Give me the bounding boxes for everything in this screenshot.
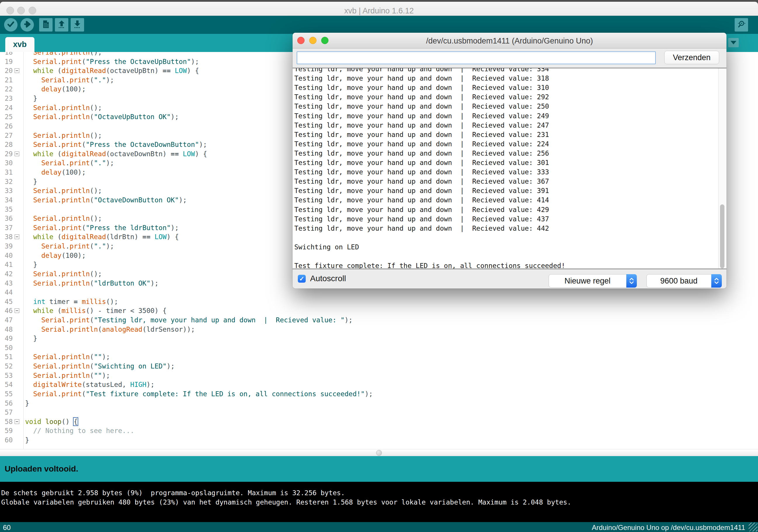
line-number: 40 (5, 251, 13, 260)
save-button[interactable] (71, 18, 84, 31)
line-number: 52 (5, 362, 13, 371)
code-text: Serial.println(); (25, 131, 102, 140)
line-number: 27 (5, 131, 13, 140)
code-line: 56} (0, 399, 758, 408)
code-line: 45 int timer = millis(); (0, 297, 758, 306)
down-arrow-icon (73, 20, 82, 30)
code-line: 44 (0, 288, 758, 297)
code-line: 58void loop() { (0, 417, 758, 426)
code-text: digitalWrite(statusLed, HIGH); (25, 380, 155, 389)
code-text: // Nothing to see here... (25, 426, 134, 435)
serial-output-line: Testing ldr, move your hand up and down … (294, 92, 709, 102)
upload-button[interactable] (20, 18, 34, 31)
autoscroll-checkbox[interactable]: ✓ (298, 275, 306, 283)
current-line-indicator: 60 (3, 523, 11, 532)
line-number: 50 (5, 343, 13, 352)
chevron-down-icon (731, 41, 737, 44)
code-text: delay(100); (25, 168, 86, 177)
resize-grip[interactable] (749, 523, 757, 531)
scrollbar-track[interactable] (718, 68, 726, 268)
code-text: Serial.print("."); (25, 241, 114, 251)
line-number: 37 (5, 223, 13, 232)
line-number: 43 (5, 279, 13, 288)
code-text: Serial.println(); (25, 269, 102, 279)
fold-marker-icon[interactable] (15, 68, 19, 73)
line-number: 57 (5, 408, 13, 417)
line-number: 59 (5, 426, 13, 435)
serial-monitor-button[interactable] (735, 18, 748, 31)
check-icon: ✓ (299, 275, 304, 282)
code-line: 57 (0, 408, 758, 417)
code-line: 51 Serial.println(""); (0, 352, 758, 362)
line-ending-value: Nieuwe regel (549, 274, 626, 287)
serial-output-line: Testing ldr, move your hand up and down … (294, 121, 709, 130)
line-number: 39 (5, 241, 13, 251)
autoscroll-label: Autoscroll (310, 274, 346, 283)
code-text: Serial.println(); (25, 214, 102, 223)
chevron-down-icon (630, 281, 634, 284)
code-text: Serial.println(analogRead(ldrSensor)); (25, 325, 195, 334)
line-number: 38 (5, 232, 13, 241)
line-number: 22 (5, 85, 13, 94)
scrollbar-thumb[interactable] (720, 204, 724, 268)
chevron-down-icon (714, 281, 719, 284)
code-text: Serial.println(); (25, 52, 102, 57)
code-text: Serial.println("Swichting on LED"); (25, 362, 175, 371)
status-bar: Uploaden voltooid. (0, 456, 758, 482)
line-number: 36 (5, 214, 13, 223)
fold-marker-icon[interactable] (15, 234, 19, 239)
serial-output-line: Testing ldr, move your hand up and down … (294, 74, 709, 83)
code-text: Serial.print("Press the OctaveUpButton")… (25, 57, 199, 66)
tab-list-button[interactable] (728, 38, 739, 47)
baud-rate-select[interactable]: 9600 baud (646, 274, 722, 288)
code-text: void loop() { (25, 417, 78, 426)
line-number: 25 (5, 112, 13, 122)
code-text: Serial.print("Testing ldr, move your han… (25, 315, 353, 325)
code-text: } (25, 334, 37, 343)
code-text: Serial.println("OctaveDownButton OK"); (25, 195, 187, 205)
toolbar (0, 16, 758, 34)
code-text: Serial.println(); (25, 186, 102, 195)
code-text: } (25, 94, 37, 103)
splitter-grip[interactable] (376, 450, 382, 456)
send-button[interactable]: Verzenden (664, 51, 719, 64)
send-button-label: Verzenden (673, 53, 710, 62)
line-number: 53 (5, 371, 13, 380)
code-text: Serial.println("ldrButton OK"); (25, 279, 158, 288)
fold-marker-icon[interactable] (15, 419, 19, 424)
code-line: 50 (0, 343, 758, 352)
line-number: 54 (5, 380, 13, 389)
baud-rate-value: 9600 baud (647, 274, 711, 287)
line-number: 56 (5, 399, 13, 408)
tab-xvb[interactable]: xvb (5, 37, 34, 52)
code-text: Serial.println("OctaveUpButton OK"); (25, 112, 179, 122)
line-number: 34 (5, 195, 13, 205)
line-number: 32 (5, 177, 13, 186)
stepper-icon (711, 274, 722, 288)
fold-marker-icon[interactable] (15, 152, 19, 156)
line-number: 29 (5, 149, 13, 159)
line-number: 24 (5, 103, 13, 112)
code-line: 47 Serial.print("Testing ldr, move your … (0, 315, 758, 325)
build-console: De schets gebruikt 2.958 bytes (9%) prog… (0, 482, 758, 522)
new-sketch-button[interactable] (39, 18, 52, 31)
code-line: 49 } (0, 334, 758, 343)
footer-bar: 60 Arduino/Genuino Uno op /dev/cu.usbmod… (0, 522, 758, 532)
serial-output-area[interactable]: Testing ldr, move your hand up and down … (293, 68, 726, 269)
code-text: } (25, 260, 37, 269)
magnifier-icon (737, 20, 746, 30)
code-text: delay(100); (25, 251, 86, 260)
fold-marker-icon[interactable] (15, 308, 19, 313)
serial-input[interactable] (297, 52, 656, 64)
code-text: Serial.print("."); (25, 75, 114, 85)
serial-output-line: Testing ldr, move your hand up and down … (294, 139, 709, 149)
code-text: Serial.print("Press the OctaveDownButton… (25, 140, 207, 149)
code-text: while (millis() - timer < 3500) { (25, 306, 167, 315)
serial-output-line: Testing ldr, move your hand up and down … (294, 158, 709, 167)
line-ending-select[interactable]: Nieuwe regel (549, 274, 637, 288)
console-line: Globale variabelen gebruiken 480 bytes (… (1, 498, 758, 507)
open-button[interactable] (55, 18, 68, 31)
serial-output-line (294, 233, 709, 242)
verify-button[interactable] (4, 18, 17, 31)
serial-output-line: Testing ldr, move your hand up and down … (294, 130, 709, 139)
